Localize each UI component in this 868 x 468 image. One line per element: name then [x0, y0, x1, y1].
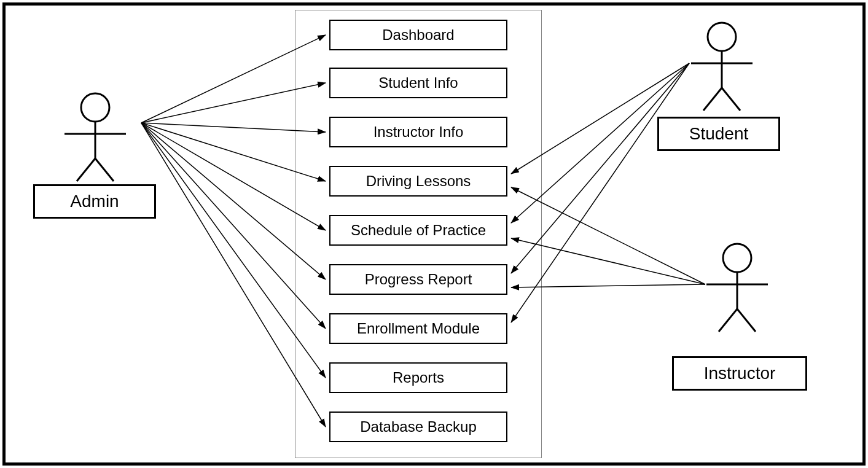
usecase-progress-report-label: Progress Report	[365, 271, 472, 288]
actor-admin-label-box: Admin	[33, 184, 156, 219]
usecase-database-backup: Database Backup	[329, 411, 507, 442]
usecase-progress-report: Progress Report	[329, 264, 507, 295]
usecase-student-info: Student Info	[329, 68, 507, 98]
usecase-driving-lessons: Driving Lessons	[329, 166, 507, 197]
usecase-enrollment-module-label: Enrollment Module	[357, 320, 480, 337]
usecase-driving-lessons-label: Driving Lessons	[366, 173, 471, 190]
usecase-student-info-label: Student Info	[378, 74, 458, 92]
usecase-reports-label: Reports	[393, 369, 444, 386]
usecase-database-backup-label: Database Backup	[360, 418, 476, 435]
usecase-enrollment-module: Enrollment Module	[329, 313, 507, 344]
actor-student-label: Student	[689, 124, 749, 144]
usecase-schedule-of-practice-label: Schedule of Practice	[351, 222, 486, 239]
usecase-reports: Reports	[329, 362, 507, 393]
usecase-instructor-info-label: Instructor Info	[373, 123, 464, 141]
actor-student-label-box: Student	[657, 117, 780, 151]
usecase-dashboard: Dashboard	[329, 20, 507, 50]
usecase-dashboard-label: Dashboard	[382, 26, 454, 44]
usecase-instructor-info: Instructor Info	[329, 117, 507, 147]
use-case-diagram: Dashboard Student Info Instructor Info D…	[0, 0, 868, 468]
actor-instructor-label-box: Instructor	[672, 356, 807, 391]
actor-admin-label: Admin	[70, 192, 119, 211]
actor-instructor-label: Instructor	[704, 364, 776, 383]
usecase-schedule-of-practice: Schedule of Practice	[329, 215, 507, 246]
